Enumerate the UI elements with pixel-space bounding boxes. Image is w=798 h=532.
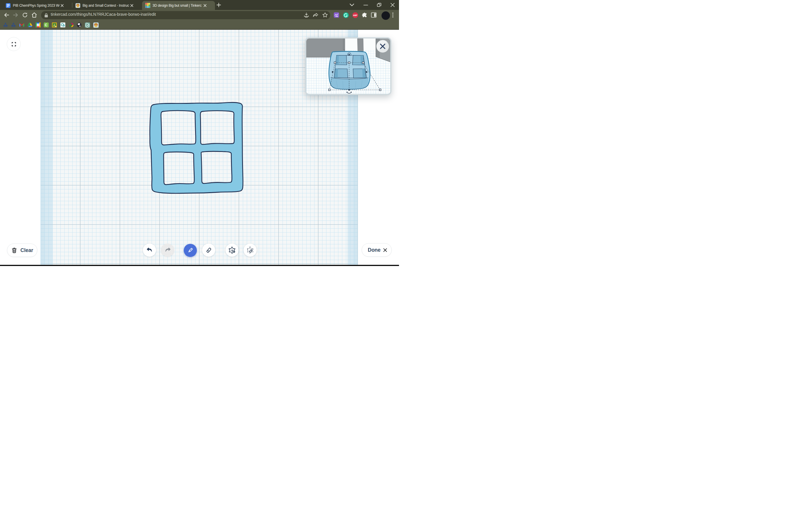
svg-text:7: 7 <box>37 24 39 26</box>
svg-text:ABP: ABP <box>353 14 358 16</box>
svg-text:rw: rw <box>336 15 338 18</box>
svg-text:C: C <box>45 23 48 27</box>
svg-text:5: 5 <box>63 24 64 26</box>
